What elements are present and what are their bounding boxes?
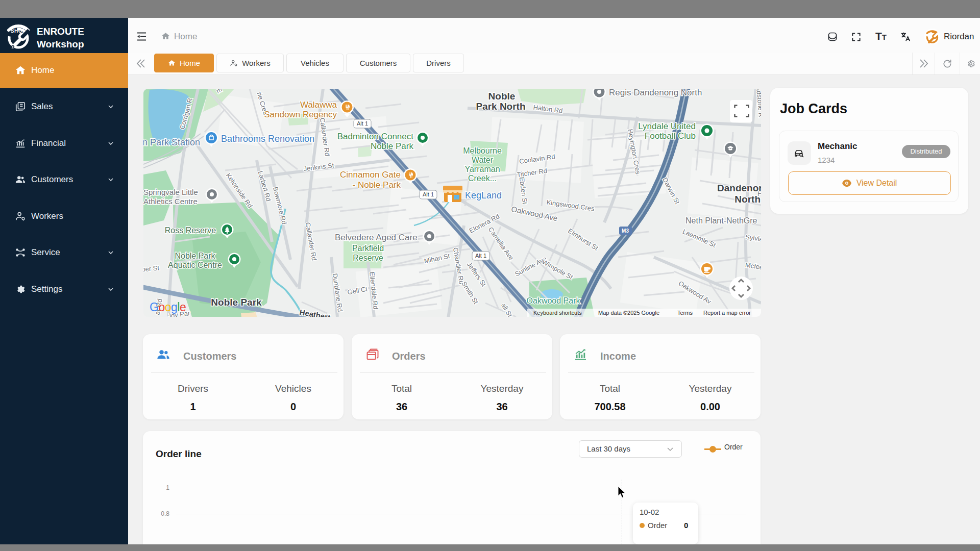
- svg-text:Heathert: Heathert: [299, 308, 331, 317]
- svg-text:Oakwood Park: Oakwood Park: [527, 296, 581, 305]
- svg-text:Keyboard shortcuts: Keyboard shortcuts: [533, 310, 582, 316]
- svg-text:Gladstone R: Gladstone R: [754, 89, 761, 117]
- svg-text:ber St: ber St: [143, 264, 160, 273]
- svg-text:Oakwood Av: Oakwood Av: [677, 280, 713, 306]
- svg-text:Jenkins St: Jenkins St: [303, 161, 335, 172]
- svg-text:Kelvinside Rd: Kelvinside Rd: [225, 172, 254, 210]
- svg-text:M3: M3: [622, 228, 629, 234]
- svg-text:Dandenor: Dandenor: [717, 183, 761, 193]
- svg-text:all St: all St: [500, 302, 514, 317]
- svg-text:Google: Google: [150, 300, 186, 314]
- svg-text:Wimpole St: Wimpole St: [541, 258, 574, 281]
- svg-text:Lyndale United: Lyndale United: [638, 121, 696, 131]
- svg-text:Camellia Ave: Camellia Ave: [487, 226, 516, 262]
- svg-text:Mcfee: Mcfee: [745, 261, 761, 271]
- svg-text:Water: Water: [472, 156, 494, 164]
- svg-text:Ebden St: Ebden St: [518, 177, 529, 205]
- svg-text:Walawwa: Walawwa: [300, 100, 337, 110]
- svg-text:Alt 1: Alt 1: [475, 253, 486, 259]
- svg-text:Noble Park: Noble Park: [175, 252, 215, 260]
- svg-text:KegLand: KegLand: [465, 190, 502, 201]
- svg-text:Gell Ct: Gell Ct: [347, 285, 368, 296]
- svg-text:Alt 1: Alt 1: [423, 191, 434, 197]
- svg-text:Badminton Connect: Badminton Connect: [337, 132, 414, 141]
- svg-text:Noble: Noble: [488, 91, 516, 102]
- svg-text:Callander Rd: Callander Rd: [318, 117, 331, 157]
- svg-text:Smith St: Smith St: [460, 280, 480, 306]
- svg-text:Halton Rd: Halton Rd: [533, 104, 563, 115]
- svg-text:Map data ©2025 Google: Map data ©2025 Google: [598, 310, 659, 316]
- svg-text:Noble Park: Noble Park: [211, 297, 262, 308]
- svg-text:Football Club: Football Club: [645, 131, 696, 141]
- svg-text:Sunline Ave: Sunline Ave: [513, 255, 548, 278]
- svg-text:Sylvia: Sylvia: [745, 233, 761, 243]
- svg-text:Sandown Regency: Sandown Regency: [264, 110, 337, 119]
- svg-text:Larbert Rd: Larbert Rd: [257, 170, 273, 202]
- svg-text:Coolavin Rd: Coolavin Rd: [519, 153, 555, 165]
- svg-text:Creek...: Creek...: [468, 174, 497, 183]
- svg-text:Mihan St: Mihan St: [423, 252, 451, 265]
- svg-text:Aquatic Centre: Aquatic Centre: [168, 261, 222, 269]
- svg-text:Noble Park: Noble Park: [371, 141, 414, 151]
- svg-text:Corrigan R: Corrigan R: [178, 97, 194, 131]
- svg-text:Report a map error: Report a map error: [703, 310, 751, 316]
- svg-text:Kingswood Cres: Kingswood Cres: [546, 198, 595, 213]
- svg-text:Ross Reserve: Ross Reserve: [165, 226, 216, 235]
- svg-text:Chandler Rd: Chandler Rd: [452, 247, 465, 285]
- svg-text:Melbourne: Melbourne: [463, 146, 502, 155]
- svg-text:Springvale Little: Springvale Little: [143, 188, 198, 196]
- svg-text:Heyington Cres: Heyington Cres: [626, 129, 642, 175]
- svg-text:Cinnamon Gate: Cinnamon Gate: [340, 170, 401, 180]
- svg-text:Dunblane Rd: Dunblane Rd: [331, 273, 344, 312]
- svg-text:Bathrooms Renovation: Bathrooms Renovation: [221, 134, 314, 144]
- svg-text:Laemmle St: Laemmle St: [681, 228, 717, 249]
- svg-text:Darwin St: Darwin St: [661, 176, 681, 205]
- svg-text:- Noble Park: - Noble Park: [353, 180, 401, 190]
- svg-text:Elmhurst St: Elmhurst St: [567, 227, 600, 252]
- svg-text:Parkfield: Parkfield: [352, 244, 384, 253]
- svg-text:Oakwood Ave: Oakwood Ave: [510, 205, 558, 223]
- svg-text:E: E: [215, 89, 224, 95]
- svg-text:Bowmore Rd: Bowmore Rd: [272, 186, 288, 226]
- svg-text:Athletics Centre: Athletics Centre: [143, 197, 198, 206]
- svg-text:Callander Rd: Callander Rd: [304, 222, 318, 261]
- svg-text:Alt 1: Alt 1: [357, 120, 368, 127]
- svg-text:Regis Dandenong North: Regis Dandenong North: [609, 89, 702, 97]
- svg-text:n Park Station: n Park Station: [143, 137, 200, 147]
- svg-text:Ellendale Rd: Ellendale Rd: [368, 271, 380, 310]
- svg-text:Park North: Park North: [476, 101, 525, 112]
- svg-text:Belvedere Aged Care: Belvedere Aged Care: [335, 233, 418, 242]
- svg-text:Yarraman: Yarraman: [464, 165, 500, 173]
- svg-text:North: North: [734, 194, 761, 205]
- svg-text:Reserve: Reserve: [353, 254, 383, 262]
- svg-text:Terms: Terms: [677, 310, 693, 316]
- svg-text:Neth Plant-NethGre: Neth Plant-NethGre: [685, 216, 757, 225]
